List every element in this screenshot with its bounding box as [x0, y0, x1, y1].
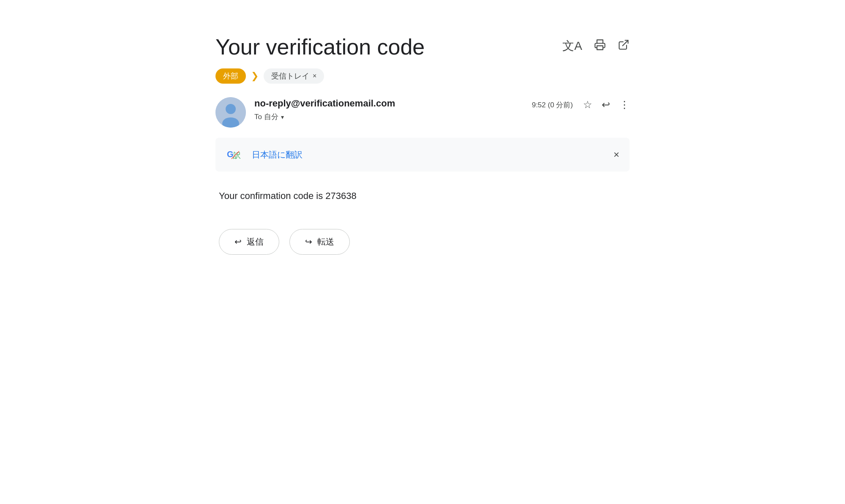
email-body-text: Your confirmation code is 273638	[219, 188, 630, 203]
inbox-tag-label: 受信トレイ	[271, 71, 309, 81]
reply-icon[interactable]: ↩	[602, 99, 610, 111]
svg-text:G: G	[227, 150, 234, 159]
star-icon[interactable]: ☆	[583, 99, 592, 111]
email-container: Your verification code 文A	[190, 17, 655, 487]
svg-text:訳: 訳	[233, 151, 241, 160]
reply-button[interactable]: ↩ 返信	[219, 229, 279, 255]
inbox-tag[interactable]: 受信トレイ ×	[264, 68, 324, 84]
svg-point-3	[226, 104, 236, 114]
meta-icons: ☆ ↩ ⋮	[583, 99, 630, 111]
forward-button[interactable]: ↪ 転送	[289, 229, 350, 255]
sender-time: 9:52 (0 分前)	[532, 100, 573, 110]
inbox-tag-close[interactable]: ×	[313, 72, 316, 80]
forward-btn-icon: ↪	[305, 237, 312, 247]
translate-close-icon[interactable]: ×	[613, 149, 619, 161]
action-buttons: ↩ 返信 ↪ 転送	[215, 229, 630, 255]
header-icons: 文A	[562, 38, 630, 54]
translate-icon[interactable]: 文A	[562, 38, 582, 54]
translate-text[interactable]: 日本語に翻訳	[252, 149, 606, 161]
more-options-icon[interactable]: ⋮	[619, 99, 630, 111]
reply-btn-label: 返信	[247, 236, 264, 248]
avatar	[215, 97, 246, 128]
sender-email: no-reply@verificationemail.com	[254, 97, 395, 110]
sender-info: no-reply@verificationemail.com To 自分 ▾ 9…	[254, 97, 630, 122]
forward-btn-label: 転送	[317, 236, 334, 248]
tag-arrow-icon: ❯	[251, 71, 259, 82]
external-tag[interactable]: 外部	[215, 68, 246, 84]
google-translate-icon: G 訳	[226, 145, 244, 164]
open-external-icon[interactable]	[618, 39, 630, 54]
sender-to-label: To 自分	[254, 112, 278, 122]
translate-banner: G 訳 日本語に翻訳 ×	[215, 138, 630, 172]
sender-right: 9:52 (0 分前) ☆ ↩ ⋮	[532, 97, 630, 111]
reply-btn-icon: ↩	[234, 237, 242, 247]
tags-row: 外部 ❯ 受信トレイ ×	[215, 68, 630, 84]
email-body: Your confirmation code is 273638	[215, 188, 630, 203]
svg-rect-0	[597, 46, 603, 49]
print-icon[interactable]	[594, 39, 606, 54]
email-title: Your verification code	[215, 34, 425, 60]
sender-details: no-reply@verificationemail.com To 自分 ▾	[254, 97, 395, 122]
sender-to[interactable]: To 自分 ▾	[254, 112, 395, 122]
sender-row: no-reply@verificationemail.com To 自分 ▾ 9…	[215, 97, 630, 128]
to-dropdown-icon[interactable]: ▾	[281, 114, 284, 120]
email-header: Your verification code 文A	[215, 34, 630, 60]
svg-line-1	[623, 40, 628, 46]
